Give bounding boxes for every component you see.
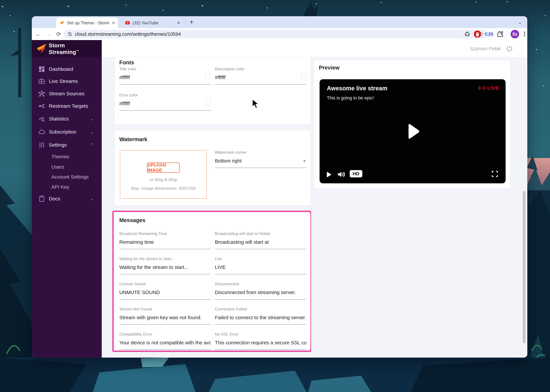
tabstrip-collapse-icon[interactable]: ⌄ [518, 19, 522, 25]
profile-avatar[interactable]: Sz [511, 30, 519, 38]
browser-tab-strip: Set up Theme - Storm Stream × (32) YouTu… [32, 16, 527, 28]
power-icon[interactable] [506, 45, 513, 52]
message-field-waiting-for-stream[interactable]: Waiting for the stream to start... Waiti… [119, 257, 211, 274]
message-field-broadcasting-will-start[interactable]: Broadcasting will start at %date Broadca… [215, 231, 306, 249]
user-name: Szymon Polok [470, 46, 501, 51]
chevron-down-icon: ⌄ [90, 116, 94, 121]
site-info-icon[interactable] [67, 31, 73, 37]
toolbar-separator [506, 31, 506, 37]
reload-button[interactable]: ⟳ [55, 30, 62, 38]
sidebar-item-api-key[interactable]: API Key [32, 182, 102, 192]
storm-logo-icon[interactable] [36, 43, 47, 54]
max-dimensions-hint: Max. image dimensions: 450×250 [131, 186, 196, 191]
new-tab-button[interactable]: + [189, 19, 194, 26]
message-field-live[interactable]: Live LIVE [215, 257, 306, 274]
storm-favicon-icon [59, 20, 65, 25]
extension-recycle-icon[interactable]: ♻ [463, 30, 472, 38]
sidebar-item-themes[interactable]: Themes [32, 152, 102, 161]
upload-image-button[interactable]: UPLOAD IMAGE [147, 162, 180, 173]
stream-description: This is going to be epic! [327, 96, 374, 101]
message-field-no-ssl-error[interactable]: No SSL Error This connection requires a … [215, 332, 306, 350]
preview-title: Preview [319, 64, 340, 71]
select-arrow-icon: ▾ [303, 159, 305, 163]
tab-close-icon[interactable]: × [112, 20, 115, 25]
sidebar: Storm Streaming™ Dashboard Live [32, 40, 102, 357]
color-swatch[interactable] [205, 99, 211, 105]
fonts-title: Fonts [119, 59, 134, 66]
chevron-up-icon: ⌃ [90, 142, 94, 147]
youtube-favicon-icon [125, 20, 130, 25]
fullscreen-icon[interactable] [491, 170, 498, 177]
adblock-extension-icon[interactable] [473, 30, 482, 38]
sidebar-item-live-streams[interactable]: Live Streams [32, 77, 102, 86]
color-swatch[interactable] [205, 73, 211, 79]
live-streams-icon [38, 78, 45, 85]
sidebar-item-restream-targets[interactable]: Restream Targets [32, 101, 102, 111]
drag-drop-hint: or drag & drop [150, 177, 177, 182]
docs-icon [38, 195, 45, 202]
tab-close-icon[interactable]: × [177, 20, 180, 25]
message-field-stream-not-found[interactable]: Stream Not Found Stream with given key w… [119, 307, 211, 325]
tab-title: (32) YouTube [133, 20, 158, 26]
settings-icon [38, 141, 45, 149]
play-button-icon[interactable] [403, 121, 423, 141]
dashboard-icon [38, 65, 45, 73]
scrollbar-thumb[interactable] [523, 191, 526, 343]
hd-quality-button[interactable]: HD [350, 170, 362, 177]
back-button[interactable]: ← [35, 30, 42, 38]
logo-text[interactable]: Storm Streaming™ [49, 43, 79, 55]
browser-window: Set up Theme - Storm Stream × (32) YouTu… [32, 16, 527, 357]
sidebar-item-stream-sources[interactable]: Stream Sources [32, 89, 102, 98]
settings-content: Fonts Title color #ffffff Description co… [102, 57, 527, 357]
messages-card: Messages Broadcast Remaining Time Remain… [115, 213, 311, 350]
tab-youtube[interactable]: (32) YouTube × [122, 18, 183, 28]
sidebar-item-docs[interactable]: Docs ⌄ [32, 194, 102, 203]
player-play-icon[interactable] [326, 171, 332, 178]
title-color-field[interactable]: Title color #ffffff [119, 67, 211, 84]
chevron-down-icon: ⌄ [90, 196, 94, 201]
watermark-corner-select[interactable]: Watermark corner Bottom right ▾ [215, 150, 306, 168]
messages-title: Messages [119, 217, 145, 223]
description-color-field[interactable]: Description color #ffffff [215, 67, 306, 84]
app-viewport: Storm Streaming™ Dashboard Live [32, 40, 527, 357]
sidebar-item-settings[interactable]: Settings ⌃ [32, 140, 102, 150]
logo-band: Storm Streaming™ [32, 40, 102, 57]
stream-title: Awesome live stream [327, 85, 387, 92]
sidebar-item-account-settings[interactable]: Account Settings [32, 172, 102, 182]
color-swatch[interactable] [301, 73, 306, 79]
message-field-broadcast-remaining-time[interactable]: Broadcast Remaining Time Remaining time [119, 231, 211, 249]
forward-button[interactable]: → [45, 30, 52, 38]
live-label: LIVE [487, 85, 499, 91]
video-player[interactable]: Awesome live stream This is going to be … [319, 79, 506, 183]
tab-title: Set up Theme - Storm Stream [67, 20, 110, 26]
message-field-disconnected[interactable]: Disconnected Disconnected from streaming… [215, 282, 306, 300]
fonts-card: Fonts Title color #ffffff Description co… [115, 57, 311, 125]
error-color-field[interactable]: Error color #ffffff [119, 93, 211, 111]
subscription-icon [38, 128, 45, 135]
url-text[interactable]: cloud.stormstreaming.com/settings/themes… [75, 31, 181, 37]
stream-sources-icon [38, 90, 45, 97]
message-field-compatibility-error[interactable]: Compatibility Error Your device is not c… [119, 332, 211, 350]
sidebar-item-statistics[interactable]: Statistics ⌄ [32, 114, 102, 124]
mouse-cursor [252, 99, 259, 109]
browser-menu-icon[interactable]: ⋮ [521, 30, 527, 38]
chevron-down-icon: ⌄ [90, 129, 94, 134]
sidebar-item-users[interactable]: Users [32, 162, 102, 172]
app-header: Szymon Polok [102, 40, 527, 57]
watermark-dropzone[interactable]: UPLOAD IMAGE or drag & drop Max. image d… [120, 150, 207, 199]
statistics-icon [38, 115, 45, 122]
browser-toolbar: ← → ⟳ cloud.stormstreaming.com/settings/… [32, 28, 527, 40]
cjs-extension-icon[interactable]: CJS [483, 30, 494, 38]
message-field-unmute-sound[interactable]: Unmute Sound UNMUTE SOUND [119, 282, 211, 300]
sidebar-item-subscription[interactable]: Subscription ⌄ [32, 127, 102, 137]
sidebar-item-dashboard[interactable]: Dashboard [32, 64, 102, 74]
address-bar[interactable]: cloud.stormstreaming.com/settings/themes… [64, 30, 487, 38]
watermark-card: Watermark UPLOAD IMAGE or drag & drop Ma… [115, 130, 311, 205]
tab-storm-streaming[interactable]: Set up Theme - Storm Stream × [56, 18, 118, 28]
volume-icon[interactable] [337, 171, 346, 178]
preview-card: Preview Awesome live stream This is goin… [314, 60, 510, 189]
live-badge: LIVE [478, 85, 499, 91]
extensions-puzzle-icon[interactable] [495, 30, 505, 38]
message-field-connection-failed[interactable]: Connection Failed Failed to connect to t… [215, 307, 306, 325]
watermark-title: Watermark [119, 136, 147, 142]
